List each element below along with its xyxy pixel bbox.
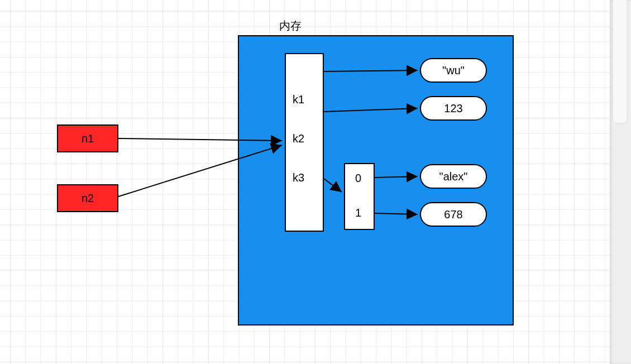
value-678-box: 678 xyxy=(420,202,487,227)
index-0-label: 0 xyxy=(355,172,361,185)
value-123-text: 123 xyxy=(444,102,462,115)
key-k3-label: k3 xyxy=(293,171,304,184)
value-alex-text: "alex" xyxy=(439,170,468,183)
value-alex-box: "alex" xyxy=(420,164,487,189)
var-n1-box: n1 xyxy=(57,124,118,152)
value-wu-text: "wu" xyxy=(442,64,465,77)
value-678-text: 678 xyxy=(444,208,462,221)
var-n2-box: n2 xyxy=(57,184,118,212)
key-k1-label: k1 xyxy=(293,93,304,106)
value-123-box: 123 xyxy=(420,96,487,121)
key-k2-label: k2 xyxy=(293,132,304,145)
side-scroll-thumb xyxy=(613,0,627,123)
memory-title: 内存 xyxy=(279,18,302,33)
index-1-label: 1 xyxy=(355,207,361,219)
var-n1-label: n1 xyxy=(82,132,94,145)
var-n2-label: n2 xyxy=(82,192,94,205)
value-wu-box: "wu" xyxy=(420,58,487,83)
diagram-canvas: 内存 n1 n2 k1 k2 k3 0 1 "wu" 123 "alex" 67… xyxy=(0,0,631,364)
side-panel xyxy=(610,0,631,364)
